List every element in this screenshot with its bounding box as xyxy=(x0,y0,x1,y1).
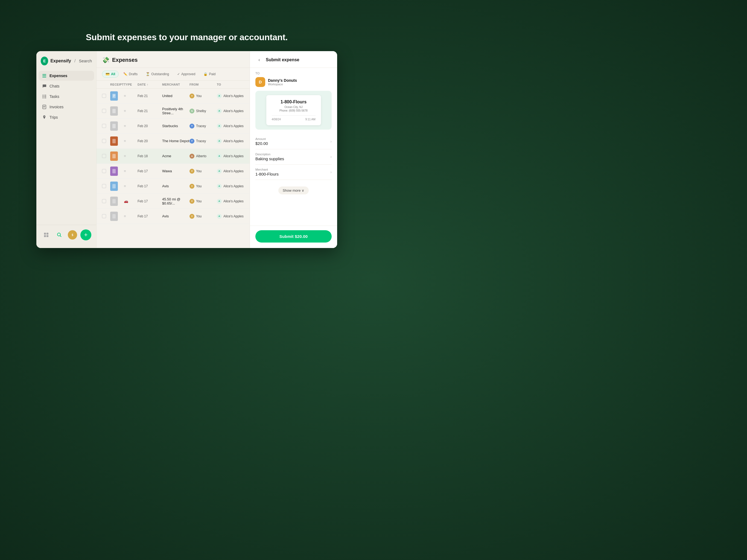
table-row[interactable]: ≡ Feb 21 United Y You A Alice's Apples xyxy=(97,88,250,104)
row-checkbox[interactable] xyxy=(102,214,106,218)
sidebar-item-expenses[interactable]: Expenses xyxy=(38,71,94,81)
outstanding-tab-label: Outstanding xyxy=(151,72,169,76)
svg-rect-13 xyxy=(47,233,48,235)
table-row[interactable]: ≡ Feb 20 The Home Depot T Tracey A Alice… xyxy=(97,134,250,149)
merchant-label: Merchant xyxy=(255,168,279,171)
row-checkbox[interactable] xyxy=(102,184,106,188)
merchant-field[interactable]: Merchant 1-800-Flours › xyxy=(255,164,332,180)
svg-rect-31 xyxy=(112,214,115,219)
row-to: A Alice's Apples xyxy=(217,124,244,128)
merchant-value: 1-800-Flours xyxy=(255,172,279,176)
receipt-thumbnail xyxy=(110,121,118,131)
chat-icon xyxy=(42,84,47,88)
amount-info: Amount $20.00 xyxy=(255,137,268,146)
expenses-header: 💸 Expenses xyxy=(97,51,250,68)
row-checkbox[interactable] xyxy=(102,94,106,98)
receipt-preview: 1-800-Flours Ocean City, NJ Phone: (609)… xyxy=(255,91,332,130)
row-date: Feb 17 xyxy=(137,199,162,203)
svg-rect-25 xyxy=(112,124,115,128)
svg-rect-14 xyxy=(44,235,46,237)
receipt-store-name: 1-800-Flours xyxy=(272,100,315,104)
row-to: A Alice's Apples xyxy=(217,154,244,159)
detail-fields: Amount $20.00 › Description Baking suppl… xyxy=(250,134,337,226)
row-checkbox[interactable] xyxy=(102,139,106,143)
row-date: Feb 21 xyxy=(137,94,162,98)
receipt-thumbnail xyxy=(110,197,118,206)
search-view-button[interactable] xyxy=(54,230,64,240)
coin-button[interactable]: $ xyxy=(68,230,77,239)
row-checkbox[interactable] xyxy=(102,199,106,203)
row-merchant: Starbucks xyxy=(162,124,189,128)
row-to: A Alice's Apples xyxy=(217,138,244,144)
grid-view-button[interactable] xyxy=(41,230,51,240)
from-avatar: Y xyxy=(189,184,195,189)
description-info: Description Baking supplies xyxy=(255,153,284,161)
row-to: A Alice's Apples xyxy=(217,214,244,219)
table-row[interactable]: ≡ Feb 17 Avis Y You A Alice's Apples xyxy=(97,209,250,224)
description-chevron: › xyxy=(330,154,332,159)
tasks-nav-label: Tasks xyxy=(50,94,59,99)
table-body: ≡ Feb 21 United Y You A Alice's Apples xyxy=(97,88,250,248)
row-to: A Alice's Apples xyxy=(217,184,244,189)
back-icon: ‹ xyxy=(258,57,260,62)
sidebar-item-tasks[interactable]: Tasks xyxy=(38,92,94,101)
show-more-label: Show more xyxy=(283,188,301,193)
drafts-tab-label: Drafts xyxy=(129,72,137,76)
row-checkbox[interactable] xyxy=(102,124,106,128)
row-from: Y You xyxy=(189,214,217,219)
panel-title: Submit expense xyxy=(266,57,300,62)
tab-outstanding[interactable]: ⏳ Outstanding xyxy=(142,71,173,78)
svg-rect-4 xyxy=(44,95,46,96)
table-row[interactable]: ≡ Feb 17 Avis Y You A Alice's Apples xyxy=(97,179,250,194)
receipt-footer: 4/08/24 9:11 AM xyxy=(272,116,315,121)
row-checkbox[interactable] xyxy=(102,169,106,173)
show-more-button[interactable]: Show more ∨ xyxy=(278,186,309,195)
to-logo: A xyxy=(217,169,222,174)
from-avatar: T xyxy=(189,138,195,144)
row-to: A Alice's Apples xyxy=(217,94,244,98)
table-row[interactable]: ≡ Feb 20 Starbucks T Tracey A Alice's Ap… xyxy=(97,119,250,134)
tasks-icon xyxy=(42,94,47,99)
workspace-type: Workspace xyxy=(268,82,297,86)
workspace-avatar: D xyxy=(255,77,265,87)
submit-button[interactable]: Submit $20.00 xyxy=(255,230,332,243)
svg-rect-15 xyxy=(47,235,48,237)
sidebar-item-trips[interactable]: Trips xyxy=(38,112,94,122)
to-logo: A xyxy=(217,94,222,98)
sidebar-item-chats[interactable]: Chats xyxy=(38,81,94,91)
merchant-chevron: › xyxy=(330,170,332,174)
description-label: Description xyxy=(255,153,284,156)
workspace-info: Danny's Donuts Workspace xyxy=(268,78,297,86)
receipt-thumbnail xyxy=(110,106,118,116)
row-from: T Tracey xyxy=(189,124,217,128)
filter-tabs: 💳 All ✏️ Drafts ⏳ Outstanding ✓ Approved… xyxy=(97,68,250,81)
row-to: A Alice's Apples xyxy=(217,169,244,174)
row-checkbox[interactable] xyxy=(102,154,106,158)
table-row[interactable]: 🚗 Feb 17 45.50 mi @ $0.65/... Y You A Al… xyxy=(97,194,250,209)
workspace-name: Danny's Donuts xyxy=(268,78,297,82)
svg-text:$: $ xyxy=(72,233,73,236)
table-row[interactable]: ≡ Feb 17 Wawa Y You A Alice's Apples xyxy=(97,164,250,179)
table-row[interactable]: ≡ Feb 18 Acme A Alberto A Alice's Apples xyxy=(97,149,250,164)
all-tab-icon: 💳 xyxy=(106,72,110,76)
amount-field[interactable]: Amount $20.00 › xyxy=(255,134,332,149)
tab-drafts[interactable]: ✏️ Drafts xyxy=(120,71,141,78)
sidebar-item-invoices[interactable]: Invoices xyxy=(38,102,94,112)
row-merchant: Wawa xyxy=(162,169,189,173)
approved-tab-label: Approved xyxy=(181,72,195,76)
tab-approved[interactable]: ✓ Approved xyxy=(174,71,199,78)
to-logo: A xyxy=(217,199,222,204)
table-row[interactable]: ≡ Feb 21 Positively 4th Stree... S Shelb… xyxy=(97,104,250,119)
col-to: To xyxy=(217,83,244,86)
add-button[interactable]: + xyxy=(80,229,91,240)
description-field[interactable]: Description Baking supplies › xyxy=(255,149,332,164)
svg-point-16 xyxy=(57,233,60,236)
col-type: Type xyxy=(124,83,137,86)
receipt-thumbnail xyxy=(110,212,118,221)
row-checkbox[interactable] xyxy=(102,109,106,113)
tab-paid[interactable]: 🔒 Paid xyxy=(200,71,219,78)
back-button[interactable]: ‹ xyxy=(255,56,263,64)
tab-all[interactable]: 💳 All xyxy=(102,71,119,78)
row-date: Feb 17 xyxy=(137,169,162,173)
row-date: Feb 18 xyxy=(137,154,162,158)
